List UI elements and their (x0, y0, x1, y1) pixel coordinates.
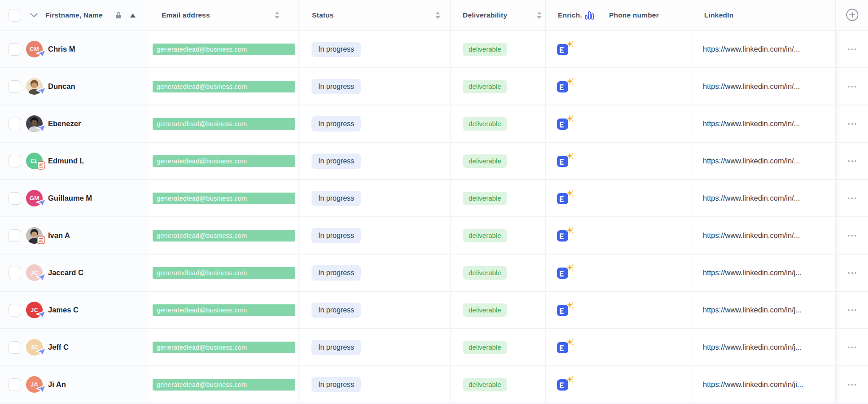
chevron-down-icon[interactable] (30, 13, 38, 18)
email-cell[interactable]: generatedlead@business.com (148, 31, 299, 67)
deliverability-badge[interactable]: deliverable (463, 378, 507, 391)
email-cell[interactable]: generatedlead@business.com (148, 292, 299, 328)
linkedin-url[interactable]: https://www.linkedin.com/in/... (703, 231, 800, 240)
ellipsis-icon[interactable] (845, 195, 859, 202)
deliverability-badge[interactable]: deliverable (463, 266, 507, 280)
ellipsis-icon[interactable] (845, 158, 859, 165)
lead-name[interactable]: Guillaume M (48, 194, 92, 202)
phone-cell[interactable] (599, 31, 692, 67)
status-cell[interactable]: In progress (299, 329, 451, 365)
linkedin-url[interactable]: https://www.linkedin.com/in/... (703, 157, 800, 165)
row-checkbox[interactable] (9, 192, 21, 205)
email-chip[interactable]: generatedlead@business.com (153, 342, 295, 353)
enrich-button[interactable] (556, 115, 574, 132)
status-badge[interactable]: In progress (311, 303, 361, 318)
deliverability-cell[interactable]: deliverable (451, 105, 546, 142)
phone-cell[interactable] (599, 180, 692, 216)
status-cell[interactable]: In progress (299, 255, 451, 291)
deliverability-cell[interactable]: deliverable (451, 329, 546, 365)
enrich-button[interactable] (556, 227, 574, 244)
phone-cell[interactable] (599, 329, 692, 365)
row-checkbox[interactable] (9, 43, 21, 56)
select-all-checkbox[interactable] (9, 9, 21, 22)
status-badge[interactable]: In progress (311, 116, 361, 132)
sort-toggle-icon[interactable] (435, 12, 440, 19)
email-cell[interactable]: generatedlead@business.com (148, 105, 299, 142)
enrich-button[interactable] (556, 264, 574, 281)
deliverability-badge[interactable]: deliverable (463, 154, 507, 168)
sort-ascending-icon[interactable] (130, 13, 136, 18)
lead-name[interactable]: James C (48, 306, 79, 314)
row-checkbox[interactable] (9, 341, 21, 354)
phone-cell[interactable] (599, 105, 692, 142)
status-cell[interactable]: In progress (299, 217, 451, 254)
ellipsis-icon[interactable] (845, 344, 859, 351)
sort-toggle-icon[interactable] (275, 12, 280, 19)
linkedin-url[interactable]: https://www.linkedin.com/in/... (703, 45, 800, 53)
email-cell[interactable]: generatedlead@business.com (148, 366, 299, 403)
phone-cell[interactable] (599, 292, 692, 328)
status-cell[interactable]: In progress (299, 68, 451, 105)
deliverability-cell[interactable]: deliverable (451, 68, 546, 105)
row-checkbox[interactable] (9, 229, 21, 242)
phone-cell[interactable] (599, 366, 692, 403)
phone-cell[interactable] (599, 68, 692, 105)
lead-name[interactable]: Chris M (48, 45, 75, 53)
enrich-button[interactable] (556, 78, 574, 95)
email-chip[interactable]: generatedlead@business.com (153, 118, 295, 130)
status-badge[interactable]: In progress (311, 154, 361, 169)
status-cell[interactable]: In progress (299, 180, 451, 216)
linkedin-url[interactable]: https://www.linkedin.com/in/... (703, 119, 800, 128)
status-badge[interactable]: In progress (311, 42, 361, 57)
lead-name[interactable]: Jaccard C (48, 268, 83, 277)
email-cell[interactable]: generatedlead@business.com (148, 329, 299, 365)
sort-toggle-icon[interactable] (537, 12, 542, 19)
deliverability-cell[interactable]: deliverable (451, 366, 546, 403)
deliverability-badge[interactable]: deliverable (463, 80, 507, 93)
enrich-button[interactable] (556, 41, 574, 57)
ellipsis-icon[interactable] (845, 269, 859, 277)
email-cell[interactable]: generatedlead@business.com (148, 143, 299, 179)
deliverability-badge[interactable]: deliverable (463, 229, 507, 242)
lead-name[interactable]: Duncan (48, 82, 75, 91)
email-chip[interactable]: generatedlead@business.com (153, 379, 295, 391)
ellipsis-icon[interactable] (845, 120, 859, 127)
deliverability-badge[interactable]: deliverable (463, 117, 507, 131)
row-checkbox[interactable] (9, 118, 21, 130)
email-chip[interactable]: generatedlead@business.com (153, 44, 295, 55)
linkedin-url[interactable]: https://www.linkedin.com/in/j... (703, 306, 802, 314)
status-badge[interactable]: In progress (311, 377, 361, 392)
deliverability-badge[interactable]: deliverable (463, 43, 507, 56)
enrich-button[interactable] (556, 302, 574, 318)
linkedin-url[interactable]: https://www.linkedin.com/in/... (703, 82, 800, 91)
row-checkbox[interactable] (9, 304, 21, 316)
phone-cell[interactable] (599, 217, 692, 254)
lead-name[interactable]: Ebenezer (48, 119, 81, 128)
status-badge[interactable]: In progress (311, 191, 361, 206)
linkedin-url[interactable]: https://www.linkedin.com/in/j... (703, 268, 802, 277)
enrich-button[interactable] (556, 190, 574, 206)
status-badge[interactable]: In progress (311, 265, 361, 281)
email-chip[interactable]: generatedlead@business.com (153, 193, 295, 204)
deliverability-cell[interactable]: deliverable (451, 292, 546, 328)
email-cell[interactable]: generatedlead@business.com (148, 255, 299, 291)
status-badge[interactable]: In progress (311, 228, 361, 243)
status-cell[interactable]: In progress (299, 366, 451, 403)
email-chip[interactable]: generatedlead@business.com (153, 155, 295, 167)
enrich-button[interactable] (556, 376, 574, 393)
linkedin-url[interactable]: https://www.linkedin.com/in/ji... (703, 380, 803, 389)
linkedin-url[interactable]: https://www.linkedin.com/in/... (703, 194, 800, 202)
deliverability-cell[interactable]: deliverable (451, 180, 546, 216)
status-badge[interactable]: In progress (311, 79, 361, 94)
status-cell[interactable]: In progress (299, 292, 451, 328)
ellipsis-icon[interactable] (845, 232, 859, 239)
lead-name[interactable]: Ivan A (48, 231, 70, 240)
email-chip[interactable]: generatedlead@business.com (153, 230, 295, 242)
email-chip[interactable]: generatedlead@business.com (153, 81, 295, 92)
email-cell[interactable]: generatedlead@business.com (148, 180, 299, 216)
lead-name[interactable]: Jeff C (48, 343, 69, 351)
email-chip[interactable]: generatedlead@business.com (153, 267, 295, 279)
phone-cell[interactable] (599, 255, 692, 291)
row-checkbox[interactable] (9, 155, 21, 167)
row-checkbox[interactable] (9, 378, 21, 391)
